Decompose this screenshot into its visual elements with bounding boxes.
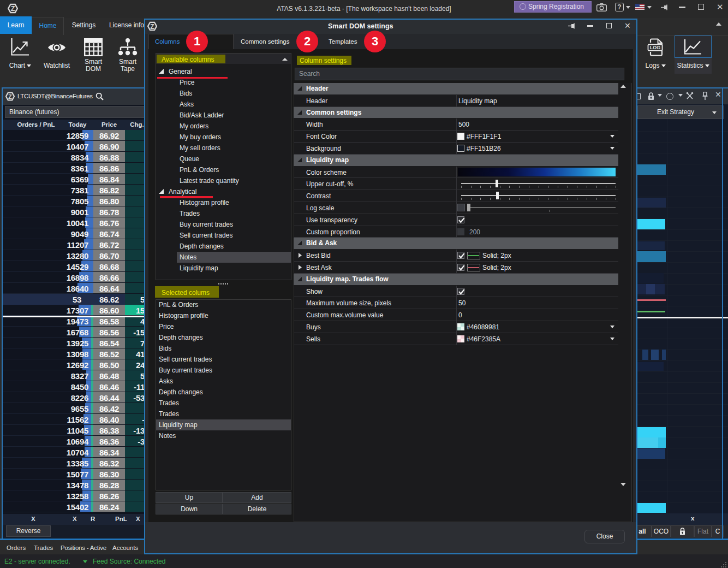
svg-text:Z: Z — [11, 5, 15, 13]
svg-text:Z: Z — [150, 23, 154, 31]
svg-text:Z: Z — [8, 93, 12, 100]
svg-text:LOG: LOG — [650, 45, 661, 50]
